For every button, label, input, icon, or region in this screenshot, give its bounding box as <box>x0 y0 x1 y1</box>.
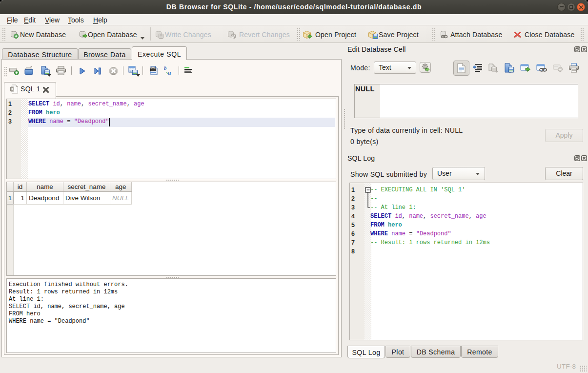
svg-text:b: b <box>164 65 167 71</box>
svg-text:a: a <box>168 69 171 76</box>
